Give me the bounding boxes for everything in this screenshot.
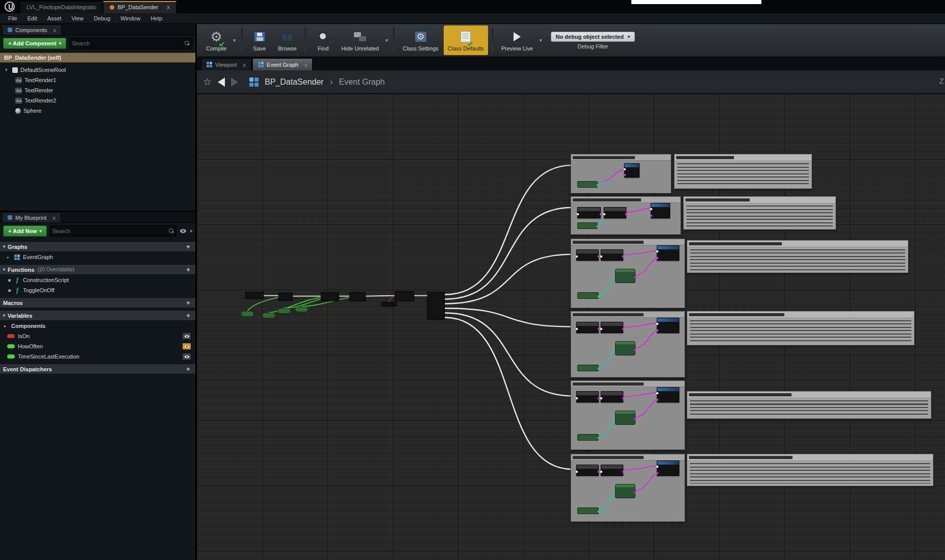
mini-node[interactable] — [576, 391, 599, 402]
expander-icon[interactable]: ▾ — [3, 313, 5, 318]
menu-view[interactable]: View — [66, 14, 89, 23]
list-item-eventgraph[interactable]: ▸ EventGraph — [0, 252, 195, 262]
mini-node[interactable] — [321, 292, 339, 301]
list-item-constructionscript[interactable]: ★ f ConstructionScript — [0, 275, 195, 285]
mini-node[interactable] — [657, 318, 679, 333]
mini-node-green[interactable] — [577, 507, 599, 514]
add-macro-button[interactable]: + — [184, 299, 192, 307]
tree-item-textrender[interactable]: Aa TextRender — [0, 85, 195, 95]
pure-function-node[interactable] — [295, 307, 308, 312]
exec-wire[interactable] — [445, 208, 573, 299]
components-search[interactable] — [69, 38, 192, 49]
node-pin[interactable] — [598, 295, 600, 297]
asset-tab-level[interactable]: LVL_PixotopeDataIntegratio — [20, 1, 103, 13]
graphs-section-header[interactable]: ▾ Graphs + — [0, 241, 195, 252]
node-pin[interactable] — [576, 256, 578, 258]
exec-wire[interactable] — [366, 296, 395, 296]
node-pin[interactable] — [600, 213, 602, 215]
node-pin[interactable] — [622, 328, 624, 330]
pure-function-node[interactable] — [262, 313, 275, 318]
variable-row-howoften[interactable]: HowOften — [0, 341, 195, 351]
node-pin[interactable] — [598, 368, 600, 370]
mini-node[interactable] — [245, 292, 264, 298]
add-function-button[interactable]: + — [184, 266, 192, 273]
add-variable-button[interactable]: + — [184, 312, 192, 319]
caret-down-icon[interactable]: ▾ — [190, 228, 192, 234]
node-pin[interactable] — [634, 349, 636, 351]
visibility-toggle[interactable] — [182, 343, 191, 350]
mini-node[interactable] — [576, 322, 599, 333]
mini-node-green[interactable] — [577, 434, 599, 441]
node-pin[interactable] — [598, 328, 600, 330]
breadcrumb-root[interactable]: BP_DataSender — [265, 78, 324, 87]
mini-node[interactable] — [601, 249, 623, 261]
comment-box[interactable] — [674, 154, 812, 189]
macros-section-header[interactable]: Macros + — [0, 297, 195, 308]
node-pin[interactable] — [622, 471, 624, 473]
functions-section-header[interactable]: ▾ Functions (20 Overridable) + — [0, 264, 195, 275]
close-icon[interactable]: x — [304, 62, 308, 68]
close-icon[interactable]: x — [53, 215, 56, 221]
node-pin[interactable] — [622, 256, 624, 258]
compile-options-caret[interactable]: ▾ — [232, 38, 237, 43]
mini-node[interactable] — [657, 245, 679, 261]
nav-back-icon[interactable] — [218, 78, 225, 87]
node-pin[interactable] — [576, 397, 578, 399]
node-pin[interactable] — [576, 328, 578, 330]
expander-icon[interactable]: ▸ — [4, 324, 8, 328]
node-pin[interactable] — [600, 471, 602, 473]
mini-node-green[interactable] — [615, 269, 635, 283]
mini-node[interactable] — [601, 322, 623, 333]
class-defaults-button[interactable]: Class Defaults — [444, 26, 488, 55]
menu-debug[interactable]: Debug — [89, 14, 115, 23]
mini-node-green[interactable] — [615, 411, 635, 425]
node-pin[interactable] — [624, 168, 626, 170]
menu-asset[interactable]: Asset — [42, 14, 67, 23]
node-pin[interactable] — [598, 511, 600, 513]
node-pin[interactable] — [600, 397, 602, 399]
close-icon[interactable]: x — [53, 27, 56, 33]
tree-item-defaultsceneroot[interactable]: ▾ DefaultSceneRoot — [0, 65, 195, 75]
tab-my-blueprint[interactable]: My Blueprint x — [2, 212, 61, 222]
mini-node-green[interactable] — [615, 484, 635, 498]
close-icon[interactable]: x — [243, 62, 246, 68]
mini-node-green[interactable] — [615, 341, 635, 355]
node-pin[interactable] — [597, 225, 599, 227]
asset-tab-bp-datasender[interactable]: BP_DataSender x — [103, 1, 177, 13]
node-cluster[interactable] — [571, 239, 685, 308]
mini-node[interactable] — [657, 387, 679, 402]
node-pin[interactable] — [650, 208, 652, 210]
tree-item-textrender2[interactable]: Aa TextRender2 — [0, 95, 195, 106]
node-pin[interactable] — [598, 471, 600, 473]
components-self-row[interactable]: BP_DataSender (self) — [0, 53, 195, 63]
node-pin[interactable] — [656, 472, 658, 474]
mini-node-green[interactable] — [577, 222, 598, 229]
close-icon[interactable]: x — [167, 4, 170, 11]
node-pin[interactable] — [634, 492, 636, 494]
variables-components-group[interactable]: ▸ Components — [0, 321, 195, 331]
variable-row-ison[interactable]: IsOn — [0, 331, 195, 341]
pure-function-node[interactable] — [277, 308, 291, 314]
find-button[interactable]: Find — [310, 26, 337, 55]
mini-node-green[interactable] — [577, 365, 599, 371]
mini-node[interactable] — [624, 163, 640, 177]
node-pin[interactable] — [656, 250, 658, 252]
expander-icon[interactable]: ▸ — [7, 255, 11, 260]
tab-viewport[interactable]: Viewport x — [201, 58, 251, 70]
mini-node[interactable] — [651, 203, 670, 218]
expander-icon[interactable]: ▾ — [5, 67, 10, 72]
comment-box[interactable] — [687, 311, 914, 345]
mini-node[interactable] — [601, 465, 623, 476]
expander-icon[interactable]: ▾ — [3, 267, 5, 272]
mini-node[interactable] — [576, 465, 599, 476]
tab-event-graph[interactable]: Event Graph x — [252, 58, 313, 70]
menu-window[interactable]: Window — [115, 14, 145, 23]
node-pin[interactable] — [656, 323, 658, 325]
comment-box[interactable] — [687, 454, 933, 486]
node-cluster[interactable] — [571, 311, 685, 377]
comment-box[interactable] — [683, 196, 836, 230]
node-pin[interactable] — [598, 256, 600, 258]
mini-node[interactable] — [576, 249, 599, 261]
node-pin[interactable] — [598, 437, 600, 439]
graph-canvas[interactable] — [197, 94, 945, 560]
